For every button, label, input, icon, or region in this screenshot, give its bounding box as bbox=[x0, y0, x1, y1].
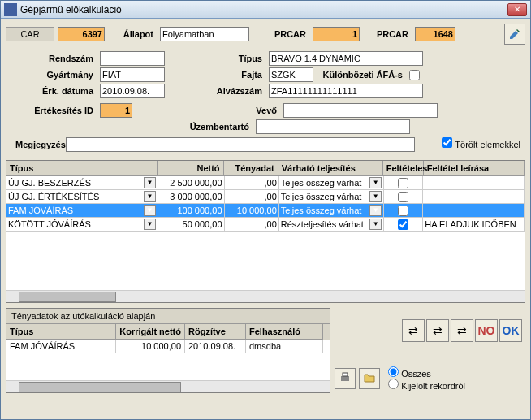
tipus-input[interactable] bbox=[269, 51, 423, 66]
alvaz-label: Alvázszám bbox=[192, 86, 266, 96]
scroll-thumb[interactable] bbox=[19, 292, 116, 302]
hdr-felt[interactable]: Feltételes bbox=[383, 161, 424, 176]
grid-body: ÚJ GJ. BESZERZÉS▼2 500 000,00,00Teljes ö… bbox=[6, 176, 525, 290]
printer-icon bbox=[339, 371, 352, 384]
sub-scroll-thumb[interactable] bbox=[19, 382, 181, 392]
shdr-korr[interactable]: Korrigált nettó bbox=[116, 324, 185, 340]
dropdown-icon[interactable]: ▼ bbox=[144, 219, 156, 230]
main-grid: Típus Nettó Tényadat Várható teljesítés … bbox=[6, 160, 525, 303]
fajta-input[interactable] bbox=[269, 67, 313, 82]
gyartmany-input[interactable] bbox=[100, 67, 165, 82]
grid-header: Típus Nettó Tényadat Várható teljesítés … bbox=[6, 161, 525, 176]
folder-button[interactable] bbox=[359, 368, 380, 389]
table-row[interactable]: ÚJ GJ. BESZERZÉS▼2 500 000,00,00Teljes ö… bbox=[6, 176, 525, 190]
torolt-label: Törölt elemekkel bbox=[455, 140, 520, 149]
felt-checkbox[interactable] bbox=[398, 219, 408, 230]
nav-btn-1[interactable]: ⇄ bbox=[402, 319, 425, 342]
dropdown-icon[interactable]: ▼ bbox=[369, 191, 382, 202]
radio-osszes[interactable] bbox=[388, 366, 399, 377]
torolt-container: Törölt elemekkel bbox=[442, 137, 520, 149]
main-window: Gépjármű előkalkuláció ✕ CAR Állapot PRC… bbox=[0, 0, 531, 420]
prcar1-input[interactable] bbox=[313, 27, 360, 41]
grid-scrollbar[interactable] bbox=[6, 290, 525, 302]
car-label: CAR bbox=[6, 27, 54, 41]
titlebar: Gépjármű előkalkuláció ✕ bbox=[1, 1, 530, 19]
ertid-input[interactable] bbox=[100, 103, 132, 118]
prcar2-input[interactable] bbox=[415, 27, 455, 41]
radio-group: Összes Kijelölt rekordról bbox=[388, 366, 465, 391]
felt-checkbox[interactable] bbox=[398, 192, 408, 202]
hdr-teny[interactable]: Tényadat bbox=[224, 161, 278, 176]
rendszam-input[interactable] bbox=[100, 51, 165, 66]
hdr-varhato[interactable]: Várható teljesítés bbox=[278, 161, 383, 176]
afa-checkbox[interactable] bbox=[409, 70, 420, 80]
folder-icon bbox=[363, 371, 376, 384]
sub-header: Típus Korrigált nettó Rögzítve Felhaszná… bbox=[6, 324, 330, 340]
sub-panel: Tényadatok az utókalkuláció alapján Típu… bbox=[6, 308, 330, 393]
erk-input[interactable] bbox=[100, 84, 165, 98]
car-input[interactable] bbox=[58, 27, 105, 41]
allapot-label: Állapot bbox=[108, 29, 157, 39]
toolbar: ⇄ ⇄ ⇄ NO OK bbox=[402, 319, 522, 342]
erk-label: Érk. dátuma bbox=[15, 86, 97, 96]
alvaz-input[interactable] bbox=[269, 84, 423, 98]
dropdown-icon[interactable]: ▼ bbox=[144, 205, 156, 216]
dropdown-icon[interactable]: ▼ bbox=[144, 191, 156, 202]
no-button[interactable]: NO bbox=[475, 319, 498, 342]
edit-button[interactable] bbox=[504, 24, 525, 45]
dropdown-icon[interactable]: ▼ bbox=[369, 205, 382, 216]
radio-kijelolt[interactable] bbox=[388, 379, 399, 389]
prcar2-label: PRCAR bbox=[363, 29, 412, 39]
rendszam-label: Rendszám bbox=[15, 54, 97, 63]
table-row[interactable]: KÖTÖTT JÓVÁÍRÁS▼50 000,00,00Részteljesít… bbox=[6, 218, 525, 232]
sub-scrollbar[interactable] bbox=[6, 380, 330, 392]
allapot-input[interactable] bbox=[160, 27, 249, 41]
ok-button[interactable]: OK bbox=[499, 319, 522, 342]
fajta-label: Fajta bbox=[192, 70, 266, 80]
gyartmany-label: Gyártmány bbox=[15, 70, 97, 80]
hdr-netto[interactable]: Nettó bbox=[158, 161, 223, 176]
vevo-label: Vevő bbox=[160, 106, 280, 115]
ertid-label: Értékesítés ID bbox=[15, 106, 97, 115]
table-row[interactable]: FAM JÓVÁÍRÁS▼100 000,0010 000,00Teljes ö… bbox=[6, 204, 525, 218]
shdr-rog[interactable]: Rögzítve bbox=[185, 324, 246, 340]
felt-checkbox[interactable] bbox=[398, 206, 408, 216]
tipus-label: Típus bbox=[192, 54, 266, 63]
svg-rect-1 bbox=[343, 373, 348, 376]
shdr-tipus[interactable]: Típus bbox=[6, 324, 116, 340]
sub-title: Tényadatok az utókalkuláció alapján bbox=[6, 309, 330, 324]
svg-rect-0 bbox=[341, 376, 349, 381]
hdr-feltl[interactable]: Feltétel leírása bbox=[424, 161, 525, 176]
uzem-label: Üzembentartó bbox=[15, 122, 253, 132]
afa-label: Különbözeti ÁFÁ-s bbox=[317, 70, 406, 80]
pencil-icon bbox=[508, 28, 521, 41]
dropdown-icon[interactable]: ▼ bbox=[144, 177, 156, 188]
uzem-input[interactable] bbox=[256, 119, 410, 134]
app-icon bbox=[4, 3, 17, 16]
felt-checkbox[interactable] bbox=[398, 178, 408, 188]
megj-input[interactable] bbox=[66, 137, 415, 152]
hdr-tipus[interactable]: Típus bbox=[6, 161, 158, 176]
close-button[interactable]: ✕ bbox=[507, 3, 527, 16]
print-button[interactable] bbox=[335, 368, 356, 389]
table-row[interactable]: FAM JÓVÁÍRÁS10 000,002010.09.08.dmsdba bbox=[6, 340, 330, 353]
table-row[interactable]: ÚJ GJ. ÉRTÉKESÍTÉS▼3 000 000,00,00Teljes… bbox=[6, 190, 525, 204]
window-title: Gépjármű előkalkuláció bbox=[20, 4, 507, 15]
dropdown-icon[interactable]: ▼ bbox=[369, 177, 382, 188]
megj-label: Megjegyzés bbox=[15, 140, 63, 149]
vevo-input[interactable] bbox=[283, 103, 438, 118]
prcar1-label: PRCAR bbox=[253, 29, 309, 39]
nav-btn-2[interactable]: ⇄ bbox=[426, 319, 449, 342]
shdr-felh[interactable]: Felhasználó bbox=[246, 324, 323, 340]
sub-body: FAM JÓVÁÍRÁS10 000,002010.09.08.dmsdba bbox=[6, 340, 330, 380]
bottom-tools: Összes Kijelölt rekordról bbox=[335, 366, 465, 391]
torolt-checkbox[interactable] bbox=[442, 137, 452, 148]
nav-btn-3[interactable]: ⇄ bbox=[451, 319, 473, 342]
dropdown-icon[interactable]: ▼ bbox=[369, 219, 382, 230]
